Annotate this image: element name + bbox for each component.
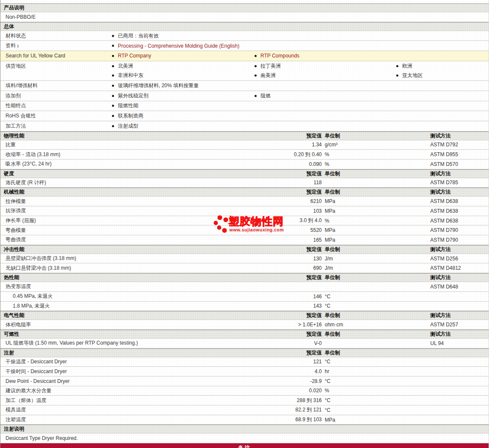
property-value: 4.0 (256, 368, 322, 374)
property-row: 热变形温度ASTM D648 (0, 282, 489, 292)
section-header: 可燃性预定值单位制测试方法 (0, 330, 489, 339)
property-label: 无缺口悬臂梁冲击 (3.18 mm) (0, 265, 256, 272)
section-header: 电气性能预定值单位制测试方法 (0, 311, 489, 320)
section-header: 硬度预定值单位制测试方法 (0, 169, 489, 178)
property-unit: % (322, 151, 428, 157)
property-test-method: ASTM D790 (428, 227, 489, 233)
column-header-unit: 单位制 (322, 170, 428, 177)
bullet-line: 联系制造商 (0, 111, 489, 121)
property-label: 1.8 MPa, 未退火 (0, 302, 256, 310)
property-unit: °C (322, 294, 428, 300)
section-header: 冲击性能预定值单位制测试方法 (0, 245, 489, 254)
property-unit: °C (322, 397, 428, 403)
property-label: 吸水率 (23°C, 24 hr) (0, 160, 256, 168)
section-header: 总体 (0, 22, 489, 31)
link-text[interactable]: RTP Company (118, 53, 151, 59)
bullet-item: 拉丁美洲 (255, 61, 281, 71)
property-value: 690 (256, 265, 322, 271)
property-label: 收缩率 - 流动 (3.18 mm) (0, 151, 256, 158)
property-label: 建议的最大水分含量 (0, 387, 256, 394)
bullet-item: 玻璃纤维增强材料, 20% 填料按重量 (112, 81, 199, 91)
property-unit: g/cm³ (322, 142, 428, 148)
bullet-icon (112, 74, 114, 77)
property-label: 洛氏硬度 (R 计秤) (0, 179, 256, 186)
property-row: 干燥温度 - Desiccant Dryer121°C (0, 357, 489, 367)
text-row-value: Non-PBBO/E (6, 14, 36, 20)
section-title: 冲击性能 (0, 246, 256, 253)
property-label: 0.45 MPa, 未退火 (0, 293, 256, 300)
property-label: 伸长率 (屈服) (0, 217, 256, 224)
property-value: 0.20 到 0.40 (256, 151, 322, 158)
bullet-line: 紫外线稳定剂阻燃 (0, 91, 489, 101)
bullet-icon (396, 74, 398, 77)
property-value: 5520 (256, 227, 322, 233)
property-value: 288 到 316 (256, 397, 322, 404)
property-value: -28.9 (256, 378, 322, 384)
property-unit: MPa (322, 237, 428, 243)
property-test-method: ASTM D638 (428, 218, 489, 224)
property-test-method: ASTM D785 (428, 180, 489, 185)
section-title: 物理性能 (0, 132, 256, 140)
property-row: 干燥时间 - Desiccant Dryer4.0hr (0, 367, 489, 377)
column-header-method: 测试方法 (428, 170, 489, 177)
property-row: 1.8 MPa, 未退火143°C (0, 302, 489, 311)
bullet-text: 已商用：当前有效 (118, 32, 159, 40)
property-unit: °C (322, 407, 428, 413)
column-header-unit: 单位制 (322, 188, 428, 196)
property-row: 0.45 MPa, 未退火146°C (0, 292, 489, 302)
section-header: 物理性能预定值单位制测试方法 (0, 131, 489, 140)
property-value: 1.34 (256, 142, 322, 148)
column-header-value: 预定值 (256, 132, 322, 140)
property-label: 注塑温度 (0, 416, 256, 423)
bullet-icon (112, 35, 114, 37)
bullet-text: 紫外线稳定剂 (118, 92, 149, 100)
property-value: 0.090 (256, 161, 322, 167)
property-value: 118 (256, 180, 322, 185)
bullet-icon (112, 45, 114, 47)
property-unit: °C (322, 359, 428, 365)
property-row: 拉伸模量6210MPaASTM D638 (0, 197, 489, 206)
section-title: 机械性能 (0, 188, 256, 196)
property-value: 82.2 到 121 (256, 406, 322, 414)
bullet-line: 玻璃纤维增强材料, 20% 填料按重量 (0, 81, 489, 91)
property-value: 130 (256, 256, 322, 262)
top-margin (0, 0, 489, 3)
bullet-line: 阻燃性能 (0, 101, 489, 111)
text-row: Desiccant Type Dryer Required. (0, 434, 489, 443)
bullet-text: 联系制造商 (118, 112, 143, 120)
property-row: 伸长率 (屈服)3.0 到 4.0%ASTM D638 (0, 216, 489, 226)
bullet-row: 填料/增强材料玻璃纤维增强材料, 20% 填料按重量 (0, 81, 489, 91)
bullet-item: 亚太地区 (396, 71, 423, 80)
bullet-line: RTP CompanyRTP Compounds (0, 51, 489, 61)
property-unit: MPa (322, 198, 428, 204)
notes-footer-label: 备注 (238, 444, 251, 448)
section-title: 可燃性 (0, 331, 256, 338)
property-test-method: ASTM D792 (428, 142, 489, 148)
bullet-row: Search for UL Yellow CardRTP CompanyRTP … (0, 51, 489, 61)
link-text[interactable]: Processing - Comprehensive Molding Guide… (118, 43, 239, 49)
column-header-unit: 单位制 (322, 132, 428, 140)
bullet-row: 添加剂紫外线稳定剂阻燃 (0, 91, 489, 101)
property-label: UL 阻燃等级 (1.50 mm, Values per RTP Company… (0, 340, 256, 347)
property-unit: °C (322, 378, 428, 384)
bullet-text: 玻璃纤维增强材料, 20% 填料按重量 (118, 82, 199, 89)
link-item[interactable]: RTP Company (112, 51, 151, 61)
property-test-method: ASTM D570 (428, 161, 489, 167)
section-header: 热性能预定值单位制测试方法 (0, 273, 489, 282)
property-row: 悬壁梁缺口冲击强度 (3.18 mm)130J/mASTM D256 (0, 254, 489, 264)
link-item[interactable]: RTP Compounds (255, 51, 300, 61)
bullet-text: 亚太地区 (402, 72, 423, 79)
property-test-method: ASTM D257 (428, 322, 489, 328)
bullet-item: 紫外线稳定剂 (112, 91, 149, 101)
property-unit: MPa (322, 417, 428, 423)
section-title: 注射 (0, 349, 256, 357)
section-header: 产品说明 (0, 3, 489, 12)
column-header-value: 预定值 (256, 188, 322, 196)
link-item[interactable]: Processing - Comprehensive Molding Guide… (112, 41, 239, 51)
link-text[interactable]: RTP Compounds (260, 53, 300, 59)
section-title: 总体 (0, 23, 256, 30)
property-row: 弯曲模量5520MPaASTM D790 (0, 225, 489, 235)
property-row: 洛氏硬度 (R 计秤)118ASTM D785 (0, 178, 489, 188)
property-label: 悬壁梁缺口冲击强度 (3.18 mm) (0, 255, 256, 262)
property-unit: % (322, 388, 428, 394)
